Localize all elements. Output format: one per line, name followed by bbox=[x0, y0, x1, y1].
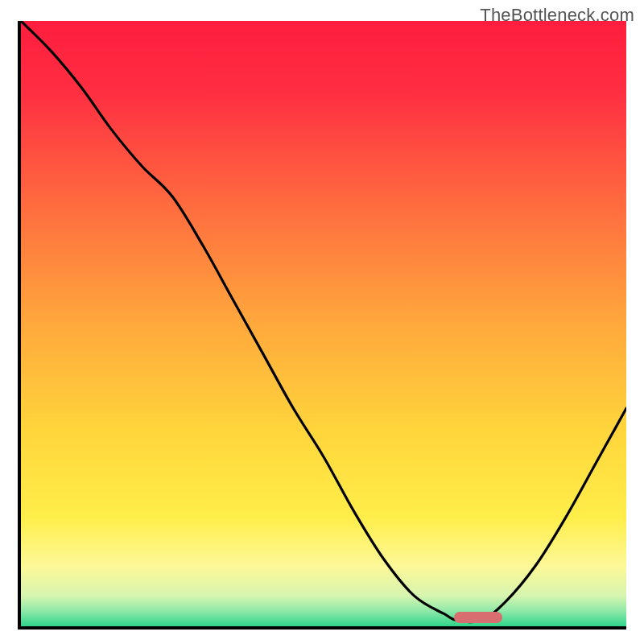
plot-svg bbox=[21, 21, 626, 626]
watermark-text: TheBottleneck.com bbox=[480, 5, 634, 26]
gradient-background bbox=[21, 21, 626, 626]
optimal-marker bbox=[454, 612, 502, 623]
chart-stage: TheBottleneck.com bbox=[0, 0, 644, 644]
plot-area bbox=[18, 21, 626, 630]
